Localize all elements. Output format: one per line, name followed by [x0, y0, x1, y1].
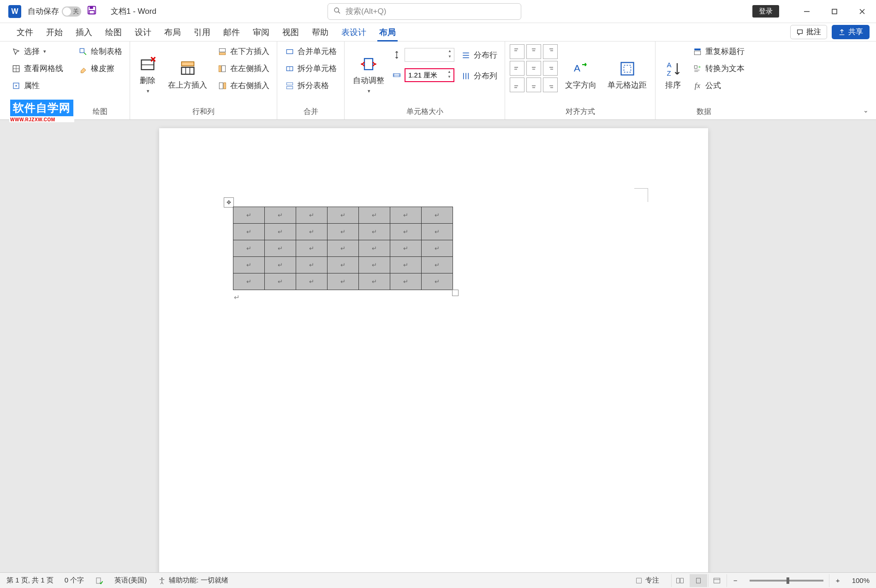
close-button[interactable] — [848, 0, 876, 23]
language-status[interactable]: 英语(美国) — [114, 576, 147, 585]
distribute-rows-button[interactable]: 分布行 — [458, 48, 500, 62]
table-cell[interactable]: ↵ — [296, 224, 328, 240]
tab-8[interactable]: 审阅 — [246, 23, 276, 42]
split-table-button[interactable]: 拆分表格 — [282, 78, 340, 93]
table-cell[interactable]: ↵ — [390, 207, 422, 224]
align-bottom-right[interactable] — [543, 77, 558, 92]
distribute-cols-button[interactable]: 分布列 — [458, 69, 500, 83]
table-cell[interactable]: ↵ — [422, 240, 453, 257]
table-cell[interactable]: ↵ — [359, 273, 390, 290]
zoom-level[interactable]: 100% — [852, 576, 870, 584]
insert-above-button[interactable]: 在上方插入 — [164, 44, 211, 105]
table-cell[interactable]: ↵ — [359, 207, 390, 224]
focus-button[interactable]: 专注 — [635, 576, 659, 585]
align-top-left[interactable] — [510, 44, 524, 59]
table-resize-handle[interactable] — [452, 290, 459, 296]
align-bottom-center[interactable] — [526, 77, 541, 92]
tab-11[interactable]: 表设计 — [335, 23, 373, 42]
select-button[interactable]: 选择 ▾ — [8, 44, 66, 59]
formula-button[interactable]: fx 公式 — [690, 78, 747, 93]
cell-margins-button[interactable]: 单元格边距 — [604, 44, 650, 105]
table-cell[interactable]: ↵ — [265, 240, 296, 257]
delete-button[interactable]: 删除▾ — [135, 44, 161, 105]
tab-0[interactable]: 文件 — [10, 23, 40, 42]
spinner-icon[interactable]: ▲▼ — [446, 70, 453, 80]
table-cell[interactable]: ↵ — [296, 257, 328, 273]
table-cell[interactable]: ↵ — [359, 240, 390, 257]
table-cell[interactable]: ↵ — [422, 224, 453, 240]
zoom-slider[interactable] — [750, 580, 823, 582]
merge-cells-button[interactable]: 合并单元格 — [282, 44, 340, 59]
align-middle-center[interactable] — [526, 61, 541, 76]
tab-5[interactable]: 布局 — [158, 23, 187, 42]
insert-below-button[interactable]: 在下方插入 — [215, 44, 272, 59]
table-cell[interactable]: ↵ — [359, 257, 390, 273]
align-top-right[interactable] — [543, 44, 558, 59]
table-cell[interactable]: ↵ — [422, 207, 453, 224]
table-cell[interactable]: ↵ — [265, 273, 296, 290]
document-area[interactable]: ✥ ↵↵↵↵↵↵↵↵↵↵↵↵↵↵↵↵↵↵↵↵↵↵↵↵↵↵↵↵↵↵↵↵↵↵↵ ↵ — [0, 120, 876, 572]
column-width-input[interactable]: 1.21 厘米 ▲▼ — [405, 68, 454, 82]
draw-table-button[interactable]: 绘制表格 — [75, 44, 125, 59]
share-button[interactable]: 共享 — [832, 25, 870, 39]
sort-button[interactable]: AZ 排序 — [660, 44, 686, 105]
table-cell[interactable]: ↵ — [422, 257, 453, 273]
table-cell[interactable]: ↵ — [390, 257, 422, 273]
table-cell[interactable]: ↵ — [390, 224, 422, 240]
table-cell[interactable]: ↵ — [265, 207, 296, 224]
maximize-button[interactable] — [821, 0, 848, 23]
table-cell[interactable]: ↵ — [328, 257, 359, 273]
eraser-button[interactable]: 橡皮擦 — [75, 61, 125, 76]
table-cell[interactable]: ↵ — [296, 207, 328, 224]
text-direction-button[interactable]: A 文字方向 — [561, 44, 600, 105]
tab-9[interactable]: 视图 — [276, 23, 305, 42]
autofit-button[interactable]: 自动调整▾ — [349, 44, 388, 105]
insert-right-button[interactable]: 在右侧插入 — [215, 78, 272, 93]
save-icon[interactable] — [87, 5, 97, 18]
table-cell[interactable]: ↵ — [233, 257, 265, 273]
web-layout-button[interactable] — [708, 574, 726, 587]
table-cell[interactable]: ↵ — [265, 257, 296, 273]
table-cell[interactable]: ↵ — [328, 224, 359, 240]
repeat-header-button[interactable]: 重复标题行 — [690, 44, 747, 59]
tab-4[interactable]: 设计 — [128, 23, 158, 42]
table-cell[interactable]: ↵ — [359, 224, 390, 240]
table-cell[interactable]: ↵ — [233, 240, 265, 257]
row-height-input[interactable]: ▲▼ — [405, 48, 454, 62]
insert-left-button[interactable]: 在左侧插入 — [215, 61, 272, 76]
align-bottom-left[interactable] — [510, 77, 524, 92]
spinner-icon[interactable]: ▲▼ — [447, 49, 453, 60]
table-move-handle[interactable]: ✥ — [224, 197, 234, 208]
table-cell[interactable]: ↵ — [265, 224, 296, 240]
split-cells-button[interactable]: 拆分单元格 — [282, 61, 340, 76]
table-cell[interactable]: ↵ — [233, 224, 265, 240]
align-middle-right[interactable] — [543, 61, 558, 76]
autosave-toggle[interactable]: 关 — [62, 6, 81, 17]
search-box[interactable]: 搜索(Alt+Q) — [328, 3, 521, 20]
ribbon-collapse-button[interactable]: ⌄ — [863, 107, 869, 114]
page-status[interactable]: 第 1 页, 共 1 页 — [6, 576, 54, 585]
print-layout-button[interactable] — [690, 574, 707, 587]
table-cell[interactable]: ↵ — [233, 273, 265, 290]
align-middle-left[interactable] — [510, 61, 524, 76]
table-cell[interactable]: ↵ — [296, 273, 328, 290]
tab-7[interactable]: 邮件 — [217, 23, 246, 42]
tab-2[interactable]: 插入 — [69, 23, 99, 42]
table-cell[interactable]: ↵ — [328, 240, 359, 257]
table-cell[interactable]: ↵ — [328, 273, 359, 290]
minimize-button[interactable] — [793, 0, 821, 23]
tab-6[interactable]: 引用 — [187, 23, 217, 42]
read-mode-button[interactable] — [671, 574, 689, 587]
tab-3[interactable]: 绘图 — [99, 23, 128, 42]
table-cell[interactable]: ↵ — [390, 240, 422, 257]
table-cell[interactable]: ↵ — [328, 207, 359, 224]
zoom-out-button[interactable]: − — [727, 574, 744, 587]
table-cell[interactable]: ↵ — [390, 273, 422, 290]
word-table[interactable]: ↵↵↵↵↵↵↵↵↵↵↵↵↵↵↵↵↵↵↵↵↵↵↵↵↵↵↵↵↵↵↵↵↵↵↵ — [233, 207, 453, 290]
zoom-in-button[interactable]: + — [829, 574, 846, 587]
login-button[interactable]: 登录 — [752, 5, 779, 18]
tab-1[interactable]: 开始 — [40, 23, 69, 42]
spell-check-icon[interactable] — [95, 576, 103, 585]
view-gridlines-button[interactable]: 查看网格线 — [8, 61, 66, 76]
accessibility-status[interactable]: 辅助功能: 一切就绪 — [158, 576, 228, 585]
